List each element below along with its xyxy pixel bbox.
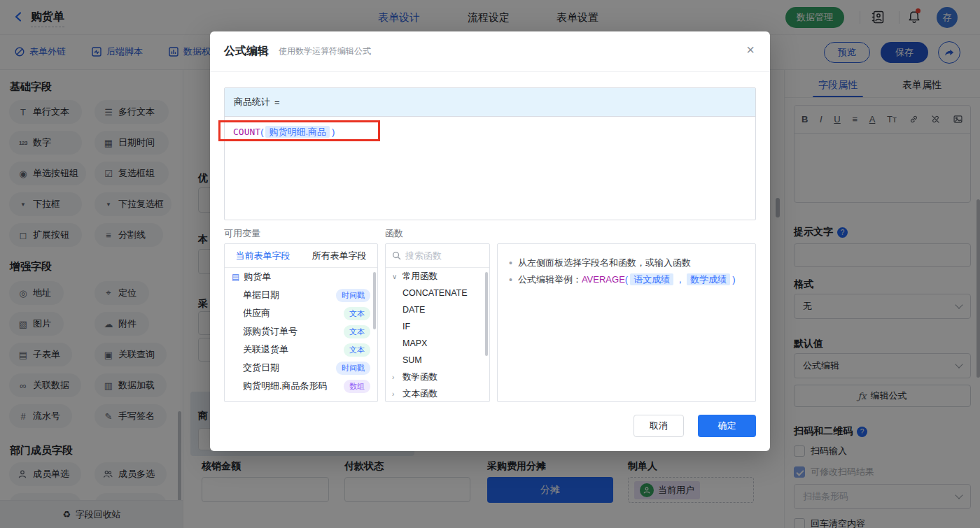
equals-sign: =: [274, 97, 280, 108]
search-icon: [392, 251, 401, 260]
type-badge: 文本: [344, 325, 370, 338]
functions-section-label: 函数: [385, 227, 403, 240]
function-item[interactable]: CONCATENATE: [386, 285, 489, 301]
formula-field-token[interactable]: 购货明细.商品: [265, 126, 330, 138]
caret-right-icon: ›: [392, 373, 399, 381]
cancel-button[interactable]: 取消: [634, 415, 684, 437]
type-badge: 文本: [344, 307, 370, 320]
dialog-title: 公式编辑: [224, 44, 269, 59]
variable-row[interactable]: 关联退货单文本: [225, 341, 377, 359]
formula-function-name: COUNT: [233, 127, 260, 137]
type-badge: 时间戳: [336, 362, 370, 375]
formula-edit-dialog: 公式编辑 使用数学运算符编辑公式 × 商品统计 = COUNT(购货明细.商品)…: [210, 31, 770, 451]
example-field-token: 数学成绩: [687, 273, 730, 285]
variables-section-label: 可用变量: [224, 227, 260, 240]
tips-panel: • 从左侧面板选择字段名和函数，或输入函数 • 公式编辑举例：AVERAGE(语…: [497, 243, 756, 402]
variables-scrollbar[interactable]: [373, 272, 376, 329]
bullet-icon: •: [509, 255, 512, 271]
variable-row[interactable]: 交货日期时间戳: [225, 359, 377, 377]
dialog-header: 公式编辑 使用数学运算符编辑公式 ×: [210, 31, 770, 72]
type-badge: 数组: [344, 380, 370, 393]
target-field-name: 商品统计: [234, 96, 270, 108]
example-field-token: 语文成绩: [630, 273, 673, 285]
form-doc-icon: ▤: [232, 272, 239, 282]
function-item[interactable]: IF: [386, 318, 489, 335]
tip-example-line: • 公式编辑举例：AVERAGE(语文成绩，数学成绩): [509, 271, 744, 288]
variables-tabs: 当前表单字段 所有表单字段: [225, 244, 377, 268]
variable-row[interactable]: 单据日期时间戳: [225, 286, 377, 304]
function-item[interactable]: SUM: [386, 352, 489, 369]
bullet-icon: •: [509, 271, 512, 288]
variable-row[interactable]: 供应商文本: [225, 304, 377, 322]
caret-down-icon: ∨: [392, 273, 399, 280]
function-item[interactable]: DATE: [386, 301, 489, 318]
formula-input-area[interactable]: COUNT(购货明细.商品): [225, 117, 755, 220]
formula-target-bar: 商品统计 =: [225, 88, 755, 117]
function-search: [386, 244, 489, 268]
function-item[interactable]: MAPX: [386, 335, 489, 352]
tab-current-form-fields[interactable]: 当前表单字段: [225, 244, 301, 267]
caret-right-icon: ›: [392, 390, 399, 398]
confirm-button[interactable]: 确定: [698, 415, 756, 437]
variable-row[interactable]: 源购货订单号文本: [225, 322, 377, 341]
functions-scrollbar[interactable]: [485, 272, 488, 356]
tab-all-form-fields[interactable]: 所有表单字段: [301, 244, 377, 267]
function-group-text[interactable]: ›文本函数: [386, 385, 489, 402]
example-function-name: AVERAGE: [582, 274, 625, 285]
variable-row[interactable]: 购货明细.商品条形码数组: [225, 377, 377, 395]
variables-panel: 当前表单字段 所有表单字段 ▤ 购货单 单据日期时间戳 供应商文本 源购货订单号…: [224, 243, 378, 402]
formula-editor: 商品统计 = COUNT(购货明细.商品): [224, 87, 756, 220]
type-badge: 文本: [344, 343, 370, 357]
function-group-math[interactable]: ›数学函数: [386, 369, 489, 385]
function-search-input[interactable]: [405, 250, 475, 261]
close-icon[interactable]: ×: [746, 43, 755, 57]
type-badge: 时间戳: [336, 289, 370, 302]
functions-panel: ∨常用函数 CONCATENATE DATE IF MAPX SUM ›数学函数…: [385, 243, 490, 402]
tip-line: • 从左侧面板选择字段名和函数，或输入函数: [509, 255, 744, 271]
function-group-common[interactable]: ∨常用函数: [386, 268, 489, 285]
variables-tree-root[interactable]: ▤ 购货单: [225, 268, 377, 286]
dialog-subtitle: 使用数学运算符编辑公式: [279, 45, 371, 57]
